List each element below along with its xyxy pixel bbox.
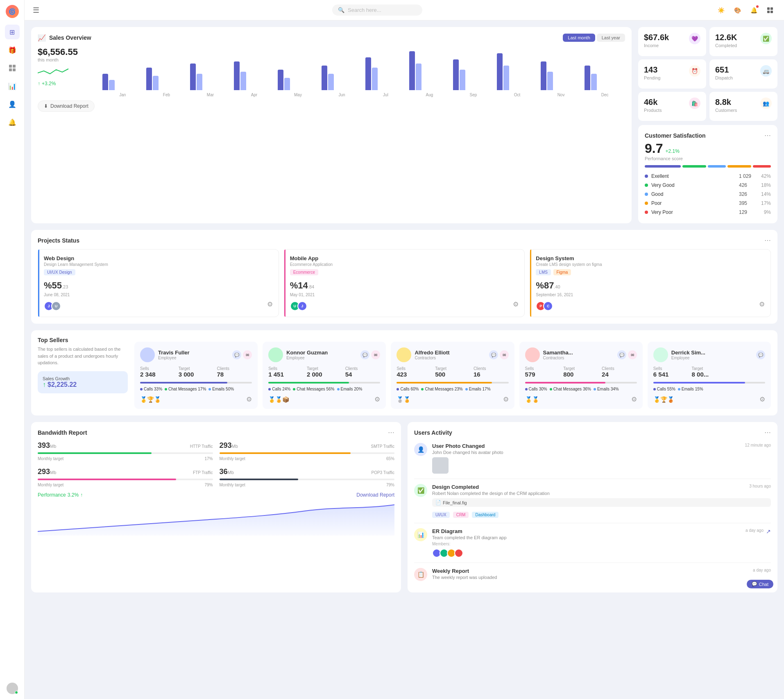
customers-icon: 👥 (760, 98, 772, 109)
notification-icon[interactable]: 🔔 (748, 5, 759, 16)
sales-overview-title: Sales Overview (49, 34, 91, 41)
er-diagram-link[interactable]: ↗ (766, 528, 771, 535)
metric-products: 46k Products 🛍️ (638, 92, 706, 121)
download-report-button[interactable]: ⬇ Download Report (38, 100, 95, 112)
bandwidth-menu[interactable]: ⋯ (388, 429, 394, 436)
seller-5-settings[interactable]: ⚙ (759, 395, 765, 403)
seller-3-mail-icon[interactable]: ✉ (500, 350, 509, 359)
seller-5-avatar (653, 347, 668, 362)
seller-4-chat-icon[interactable]: 💬 (617, 350, 626, 359)
seller-3-avatar (397, 347, 411, 362)
seller-3-chat-icon[interactable]: 💬 (489, 350, 498, 359)
top-sellers-desc: The top sellers is calculated based on t… (38, 346, 128, 366)
top-sellers-title: Top Sellers (38, 337, 128, 343)
sun-icon[interactable]: ☀️ (715, 5, 727, 16)
seller-2-chat-icon[interactable]: 💬 (360, 350, 369, 359)
sidebar-item-user[interactable]: 👤 (5, 97, 20, 111)
sidebar-item-gift[interactable]: 🎁 (5, 43, 20, 57)
chat-icon: 💬 (752, 581, 757, 587)
pop3-traffic: 36Mb POP3 Traffic Monthly target79% (220, 468, 395, 487)
search-bar[interactable]: 🔍 Search here... (332, 5, 422, 16)
dispatch-icon: 🚐 (760, 65, 772, 77)
online-indicator (15, 691, 18, 694)
svg-rect-5 (770, 7, 773, 10)
project-design-settings-button[interactable]: ⚙ (759, 300, 765, 308)
project-mobile-app: Mobile App Ecommerce Application Ecommer… (284, 249, 525, 317)
satisfaction-menu[interactable]: ⋯ (764, 132, 771, 139)
satisfaction-title: Customer Satisfaction (645, 132, 706, 139)
seller-5-chat-icon[interactable]: 💬 (756, 350, 765, 359)
projects-title: Projects Status (38, 237, 79, 244)
project-web-design: Web Design Design Learn Management Syste… (38, 249, 279, 317)
sidebar-item-bell[interactable]: 🔔 (5, 115, 20, 129)
seller-4-mail-icon[interactable]: ✉ (628, 350, 637, 359)
seller-3-settings[interactable]: ⚙ (503, 395, 509, 403)
growth-indicator: ↑ +3.2% (38, 81, 78, 86)
sidebar-item-home[interactable]: ⊞ (5, 25, 20, 39)
seller-derrick: Derrick Sim... Employee 💬 Sells6 541 (648, 342, 771, 409)
completed-icon: ✅ (760, 33, 772, 44)
satisfaction-change: +2.1% (665, 148, 679, 154)
seller-konnor-guzman: Konnor Guzman Employee 💬 ✉ (263, 342, 386, 409)
smtp-traffic: 293Mb SMTP Traffic Monthly target65% (220, 441, 395, 461)
metric-customers: 8.8k Customers 👥 (709, 92, 777, 121)
activity-4-icon: 📋 (414, 568, 427, 581)
sidebar-item-grid[interactable] (5, 61, 20, 75)
projects-status-card: Projects Status ⋯ Web Design Design Lear… (31, 230, 777, 324)
project-settings-button[interactable]: ⚙ (267, 300, 273, 308)
users-activity-menu[interactable]: ⋯ (764, 429, 771, 436)
seller-travis-fuller: Travis Fuller Employee 💬 ✉ (134, 342, 258, 409)
topbar: ☰ 🔍 Search here... ☀️ 🎨 🔔 (25, 0, 784, 20)
palette-icon[interactable]: 🎨 (732, 5, 743, 16)
search-input[interactable]: Search here... (348, 7, 381, 13)
metric-income: $67.6k Income 💜 (638, 27, 706, 56)
users-activity-card: Users Activity ⋯ 👤 User Photo Changed 12… (408, 422, 777, 592)
pending-icon: ⏰ (689, 65, 700, 77)
menu-button[interactable]: ☰ (33, 6, 39, 15)
seller-2-avatar (268, 347, 283, 362)
file-icon: 📄 (435, 500, 441, 505)
products-icon: 🛍️ (689, 98, 700, 109)
user-avatar[interactable] (7, 683, 18, 694)
activity-1-icon: 👤 (414, 443, 427, 456)
customer-satisfaction-card: Customer Satisfaction ⋯ 9.7 +2.1% Perfor… (638, 125, 777, 223)
top-sellers-section: Top Sellers The top sellers is calculate… (31, 330, 777, 415)
seller-alfredo-elliott: Alfredo Elliott Contractors 💬 ✉ (391, 342, 514, 409)
chart-month-labels: JanFebMar AprMayJun JulAugSep OctNovDec (102, 93, 625, 97)
chat-button[interactable]: 💬 Chat (747, 580, 773, 588)
seller-1-mail-icon[interactable]: ✉ (243, 350, 252, 359)
seller-1-avatar (140, 347, 155, 362)
activity-tags: UI/UX CRM Dashboard (432, 509, 771, 518)
activity-design-completed: ✅ Design Completed 3 hours ago Robert No… (414, 479, 771, 523)
projects-menu[interactable]: ⋯ (764, 236, 771, 244)
activity-weekly-report: 📋 Weekly Report a day ago The weekly rep… (414, 563, 771, 586)
svg-rect-4 (767, 7, 770, 10)
seller-2-mail-icon[interactable]: ✉ (371, 350, 380, 359)
project-design-system: Design System Create LMS design system o… (530, 249, 771, 317)
seller-1-settings[interactable]: ⚙ (246, 395, 252, 403)
sparkline-chart (38, 65, 70, 77)
apps-icon[interactable] (764, 5, 776, 16)
seller-3-badges: 🥈🏅 (397, 396, 410, 403)
seller-4-settings[interactable]: ⚙ (631, 395, 637, 403)
seller-1-badges: 🥇🏆🏅 (140, 396, 161, 403)
last-year-button[interactable]: Last year (597, 34, 625, 42)
svg-rect-6 (767, 11, 770, 13)
sidebar-item-chart[interactable]: 📊 (5, 79, 20, 93)
chart-pie-icon: 📈 (38, 34, 46, 42)
metric-completed: 12.6K Completed ✅ (709, 27, 777, 56)
changed-avatar-preview (432, 457, 449, 474)
seller-1-chat-icon[interactable]: 💬 (232, 350, 241, 359)
sales-bar-chart (102, 45, 625, 90)
projects-grid: Web Design Design Learn Management Syste… (38, 249, 771, 317)
sidebar-logo: 🌀 (6, 5, 19, 18)
sales-amount: $6,556.55 (38, 47, 78, 57)
project-mobile-settings-button[interactable]: ⚙ (513, 300, 519, 308)
last-month-button[interactable]: Last month (563, 34, 595, 42)
activity-photo-changed: 👤 User Photo Changed 12 minute ago John … (414, 438, 771, 479)
bandwidth-download-button[interactable]: Download Report (356, 492, 394, 498)
seller-4-avatar (525, 347, 540, 362)
satisfaction-rows: Exellent1 02942% Very Good42618% Good326… (645, 172, 771, 217)
svg-rect-3 (13, 68, 16, 71)
seller-2-settings[interactable]: ⚙ (374, 395, 380, 403)
